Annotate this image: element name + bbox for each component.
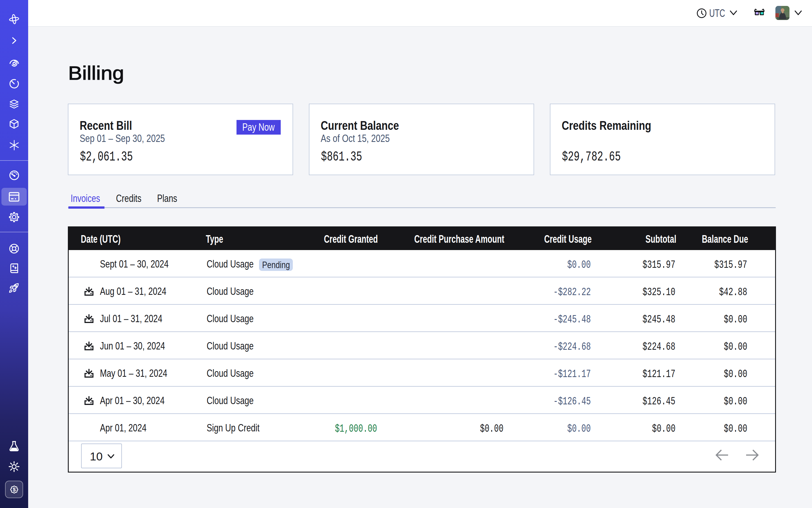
svg-text:$: $ xyxy=(13,486,16,493)
